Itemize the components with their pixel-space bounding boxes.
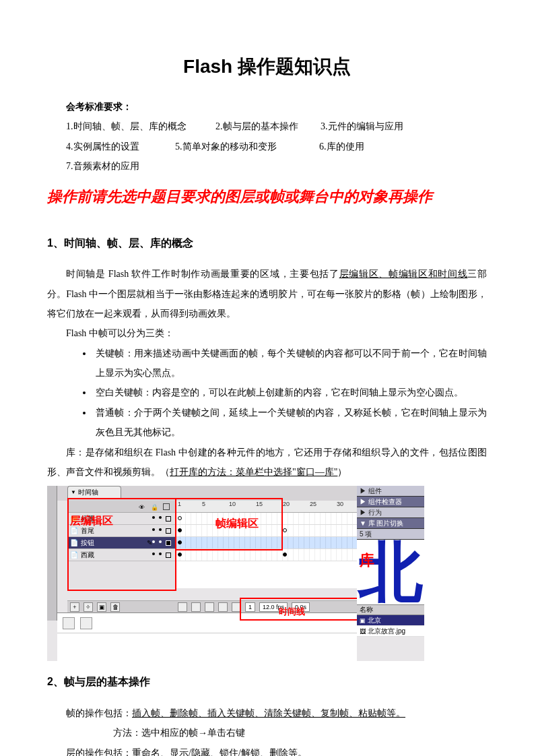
requirements-row-3: 7.音频素材的应用 bbox=[66, 156, 487, 176]
ruler-tick: 5 bbox=[202, 501, 205, 508]
visibility-column-icon[interactable] bbox=[139, 503, 145, 510]
library-item-name: 北京 bbox=[368, 617, 381, 625]
movieclip-icon: ▣ bbox=[360, 617, 368, 625]
p1a-text: 时间轴是 Flash 软件工作时制作动画最重要的区域，主要包括了 bbox=[66, 269, 339, 279]
add-folder-button[interactable]: ▣ bbox=[97, 602, 106, 612]
ruler-tick: 30 bbox=[337, 501, 343, 508]
timeline-tool-button[interactable] bbox=[205, 602, 214, 612]
library-item-name: 北京故宫.jpg bbox=[368, 627, 405, 635]
layer-panel[interactable]: 标题 首尾 按钮 ✎ 西藏 bbox=[67, 501, 175, 588]
layer-icon bbox=[70, 551, 78, 559]
req-3: 3.元件的编辑与应用 bbox=[321, 121, 403, 131]
timeline-tool-button[interactable] bbox=[178, 602, 187, 612]
layer-name: 西藏 bbox=[81, 551, 152, 559]
library-preview: 北 bbox=[357, 540, 424, 604]
fps-field: 12.0 fps bbox=[259, 602, 288, 612]
timeline-tool-button[interactable] bbox=[191, 602, 201, 612]
layer-row-title[interactable]: 标题 bbox=[67, 513, 175, 525]
layer-ops-list: 重命名、显示/隐藏、锁住/解锁、删除等。 bbox=[132, 748, 307, 756]
requirements-heading: 会考标准要求： bbox=[66, 97, 487, 117]
req-1: 1.时间轴、帧、层、库的概念 bbox=[66, 121, 187, 131]
outline-column-icon[interactable] bbox=[163, 503, 170, 510]
panel-section-component-inspector[interactable]: ▶ 组件检查器 bbox=[357, 497, 424, 507]
req-6: 6.库的使用 bbox=[319, 141, 364, 152]
req-5: 5.简单对象的移动和变形 bbox=[175, 141, 277, 152]
bullet-blank-keyframe: 空白关键帧：内容是空的，可以在此帧上创建新的内容，它在时间轴上显示为空心圆点。 bbox=[93, 383, 487, 402]
ruler-tick: 1 bbox=[178, 501, 181, 508]
bitmap-icon: 🖼 bbox=[360, 628, 368, 635]
layer-icon bbox=[70, 527, 78, 535]
page: Flash 操作题知识点 会考标准要求： 1.时间轴、帧、层、库的概念 2.帧与… bbox=[0, 0, 534, 756]
add-layer-button[interactable]: + bbox=[70, 602, 79, 612]
timeline-status-bar: 1 12.0 fps 0.0s bbox=[175, 600, 384, 612]
layer-panel-header bbox=[67, 501, 175, 513]
library-preview-char: 北 bbox=[358, 540, 423, 604]
layer-edit-icon: ✎ bbox=[147, 539, 152, 547]
req-2: 2.帧与层的基本操作 bbox=[215, 121, 298, 131]
req-4: 4.实例属性的设置 bbox=[66, 141, 139, 152]
layer-name: 标题 bbox=[81, 515, 152, 523]
frame-track[interactable] bbox=[175, 513, 384, 525]
library-item-beijing[interactable]: ▣ 北京 bbox=[357, 615, 424, 626]
timeline-tab[interactable]: ▼ 时间轴 bbox=[67, 486, 121, 498]
ruler-tick: 15 bbox=[256, 501, 263, 508]
back-button[interactable] bbox=[63, 617, 75, 629]
bullet-normal-frame: 普通帧：介于两个关键帧之间，延续上一个关键帧的内容，又称延长帧，它在时间轴上显示… bbox=[93, 403, 487, 443]
section-1-para-1: 时间轴是 Flash 软件工作时制作动画最重要的区域，主要包括了层编辑区、帧编辑… bbox=[47, 264, 487, 323]
layer-ops-lead: 层的操作包括： bbox=[66, 748, 132, 756]
req-7: 7.音频素材的应用 bbox=[66, 161, 139, 171]
frame-ruler[interactable]: 1 5 10 15 20 25 30 bbox=[175, 501, 384, 513]
doc-title: Flash 操作题知识点 bbox=[47, 47, 487, 87]
ruler-tick: 10 bbox=[229, 501, 236, 508]
panel-section-library[interactable]: ▼ 库 图片切换 bbox=[357, 518, 424, 529]
library-list-header[interactable]: 名称 bbox=[357, 604, 424, 615]
frames-intro: Flash 中帧可以分为三类： bbox=[66, 323, 487, 343]
add-motion-guide-button[interactable]: ✧ bbox=[84, 602, 93, 612]
frame-ops-lead: 帧的操作包括： bbox=[66, 708, 132, 718]
layer-row-shouwei[interactable]: 首尾 bbox=[67, 525, 175, 537]
frame-ops-list: 插入帧、删除帧、插入关键帧、清除关键帧、复制帧、粘贴帧等。 bbox=[132, 708, 405, 718]
frame-track[interactable] bbox=[175, 549, 384, 561]
frame-panel[interactable]: 1 5 10 15 20 25 30 bbox=[175, 501, 384, 588]
layer-row-button-selected[interactable]: 按钮 ✎ bbox=[67, 537, 175, 549]
annotation-label-library: 库 bbox=[360, 552, 374, 569]
layer-icon bbox=[70, 515, 78, 523]
frame-track[interactable] bbox=[175, 525, 384, 537]
layer-icon bbox=[70, 539, 78, 547]
scene-button[interactable] bbox=[80, 617, 92, 629]
ruler-tick: 20 bbox=[283, 501, 290, 508]
layer-name: 首尾 bbox=[81, 527, 152, 535]
library-item-beijing-gugong[interactable]: 🖼 北京故宫.jpg bbox=[357, 626, 424, 637]
layer-panel-footer: + ✧ ▣ 🗑 bbox=[67, 600, 175, 612]
onion-skin-button[interactable] bbox=[232, 602, 241, 612]
requirements-row-2: 4.实例属性的设置 5.简单对象的移动和变形 6.库的使用 bbox=[66, 137, 487, 156]
bullet-keyframe: 关键帧：用来描述动画中关键画面的帧，每个关键帧的内容都可以不同于前一个，它在时间… bbox=[93, 344, 487, 383]
left-docking-strip bbox=[47, 486, 57, 621]
timeline-collapse-icon[interactable]: ▼ bbox=[71, 489, 76, 496]
frame-ops-method: 方法：选中相应的帧→单击右键 bbox=[47, 723, 487, 743]
delete-layer-button[interactable]: 🗑 bbox=[110, 602, 120, 612]
frame-track-selected[interactable] bbox=[175, 537, 384, 549]
section-1-heading: 1、时间轴、帧、层、库的概念 bbox=[47, 232, 487, 255]
frame-ops-para: 帧的操作包括：插入帧、删除帧、插入关键帧、清除关键帧、复制帧、粘贴帧等。 bbox=[47, 703, 487, 723]
section-2-heading: 2、帧与层的基本操作 bbox=[47, 670, 487, 693]
layer-name: 按钮 bbox=[81, 539, 147, 547]
ruler-tick: 25 bbox=[310, 501, 316, 508]
lib-open-method: 打开库的方法：菜单栏中选择"窗口—库" bbox=[170, 467, 337, 477]
requirements-row-1: 1.时间轴、帧、层、库的概念 2.帧与层的基本操作 3.元件的编辑与应用 bbox=[66, 117, 487, 136]
onion-skin-button[interactable] bbox=[218, 602, 228, 612]
warning-text: 操作前请先选中题目要求的图层或帧或舞台中的对象再操作 bbox=[47, 181, 487, 212]
flash-screenshot: ▼ 时间轴 标题 首尾 按钮 ✎ bbox=[47, 486, 424, 661]
library-panel[interactable]: ▶ 组件 ▶ 组件检查器 ▶ 行为 ▼ 库 图片切换 5 项 北 库 名称 ▣ … bbox=[357, 486, 424, 661]
p1a-underline: 层编辑区、帧编辑区和时间线 bbox=[339, 269, 468, 279]
layer-ops-para: 层的操作包括：重命名、显示/隐藏、锁住/解锁、删除等。 bbox=[47, 743, 487, 756]
current-frame-field[interactable]: 1 bbox=[245, 602, 255, 612]
library-para: 库：是存储和组织在 Flash 中创建的各种元件的地方，它还用于存储和组织导入的… bbox=[47, 443, 487, 482]
lib-para-b: ） bbox=[337, 467, 347, 477]
panel-section-behaviors[interactable]: ▶ 行为 bbox=[357, 507, 424, 518]
panel-section-components[interactable]: ▶ 组件 bbox=[357, 486, 424, 497]
layer-row-xizang[interactable]: 西藏 bbox=[67, 549, 175, 561]
frame-types-list: 关键帧：用来描述动画中关键画面的帧，每个关键帧的内容都可以不同于前一个，它在时间… bbox=[47, 344, 487, 443]
elapsed-time-field: 0.0s bbox=[292, 602, 310, 612]
lock-column-icon[interactable] bbox=[151, 503, 158, 510]
